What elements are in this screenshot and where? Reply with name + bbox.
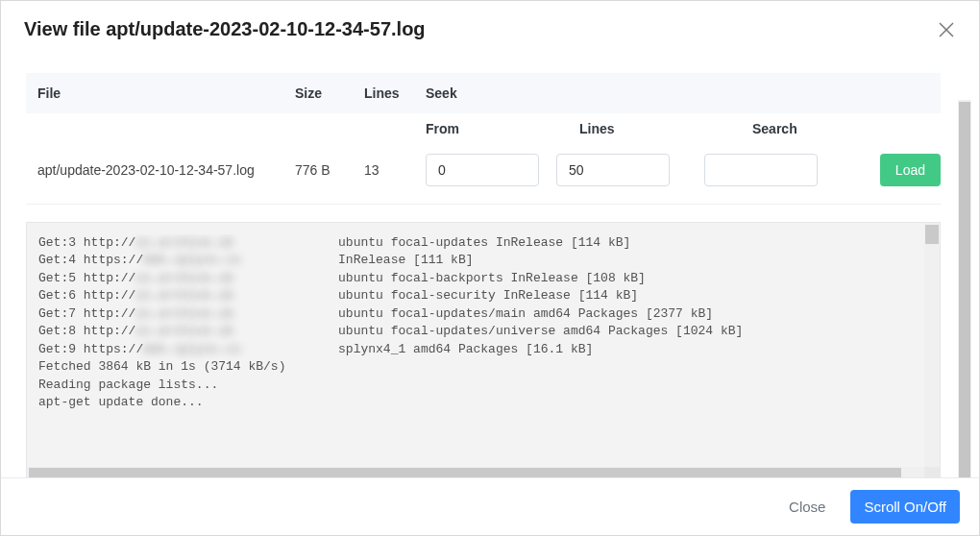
seek-search-label: Search	[752, 121, 941, 136]
close-icon[interactable]	[937, 20, 956, 39]
scroll-toggle-button[interactable]: Scroll On/Off	[850, 490, 960, 524]
log-scroll-corner	[924, 467, 940, 477]
table-row: apt/update-2023-02-10-12-34-57.log 776 B…	[26, 144, 941, 205]
log-line: Get:8 http://us.archive.ub ubuntu focal-…	[38, 323, 919, 340]
modal-footer: Close Scroll On/Off	[1, 477, 979, 535]
log-content: Get:3 http://us.archive.ub ubuntu focal-…	[38, 234, 919, 463]
modal-dialog: View file apt/update-2023-02-10-12-34-57…	[0, 0, 980, 536]
log-horizontal-scrollbar[interactable]	[27, 467, 924, 477]
log-vertical-scrollbar[interactable]	[924, 223, 940, 467]
modal-body: File Size Lines Seek From Lines Search a…	[1, 50, 979, 477]
seek-from-input[interactable]	[426, 154, 539, 186]
log-line: Reading package lists...	[38, 377, 919, 394]
modal-header: View file apt/update-2023-02-10-12-34-57…	[1, 1, 979, 50]
seek-lines-label: Lines	[579, 121, 752, 136]
modal-vertical-scroll-thumb[interactable]	[959, 102, 970, 477]
log-line: Get:7 http://us.archive.ub ubuntu focal-…	[38, 305, 919, 323]
col-header-seek: Seek	[426, 85, 941, 101]
seek-subheader-row: From Lines Search	[26, 113, 941, 144]
log-vertical-scroll-thumb[interactable]	[925, 225, 939, 244]
seek-lines-input[interactable]	[556, 154, 670, 186]
seek-from-label: From	[426, 121, 579, 136]
log-line: Get:5 http://us.archive.ub ubuntu focal-…	[38, 270, 919, 287]
log-line: Get:6 http://us.archive.ub ubuntu focal-…	[38, 287, 919, 305]
log-line: Get:3 http://us.archive.ub ubuntu focal-…	[38, 234, 919, 252]
file-lines-value: 13	[364, 162, 426, 178]
modal-title: View file apt/update-2023-02-10-12-34-57…	[24, 18, 426, 40]
close-button[interactable]: Close	[779, 491, 835, 523]
col-header-file: File	[26, 85, 295, 101]
log-line: Get:4 https://deb.splynx.co InRelease [1…	[38, 252, 919, 269]
col-header-lines: Lines	[364, 85, 426, 101]
modal-vertical-scrollbar[interactable]	[958, 100, 971, 477]
seek-search-input[interactable]	[704, 154, 818, 186]
log-line: apt-get update done...	[38, 394, 919, 411]
file-size-value: 776 B	[295, 162, 364, 178]
log-output[interactable]: Get:3 http://us.archive.ub ubuntu focal-…	[26, 222, 941, 477]
log-horizontal-scroll-thumb[interactable]	[29, 468, 901, 477]
table-header-row: File Size Lines Seek	[26, 73, 941, 113]
file-name-value: apt/update-2023-02-10-12-34-57.log	[26, 162, 295, 178]
load-button[interactable]: Load	[880, 154, 941, 186]
log-line: Fetched 3864 kB in 1s (3714 kB/s)	[38, 358, 919, 376]
file-info-table: File Size Lines Seek From Lines Search a…	[26, 73, 941, 205]
log-line: Get:9 https://deb.splynx.co splynx4_1 am…	[38, 341, 919, 358]
col-header-size: Size	[295, 85, 364, 101]
